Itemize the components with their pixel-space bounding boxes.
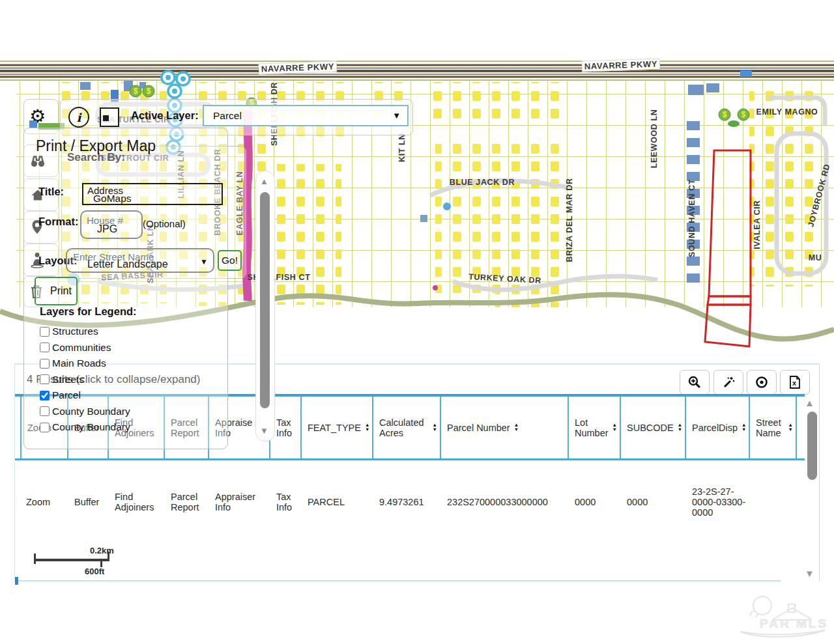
- layer-checkbox[interactable]: [40, 327, 50, 337]
- svg-text:$: $: [134, 87, 138, 96]
- svg-text:$: $: [741, 110, 746, 119]
- layer-checkbox-label: Structures: [52, 326, 98, 337]
- format-field-label: Format:: [38, 216, 78, 228]
- center-target-button[interactable]: [747, 370, 777, 395]
- row-cell: 0000: [621, 460, 686, 544]
- results-scrollbar-thumb[interactable]: [807, 412, 817, 480]
- column-header-feat-type[interactable]: FEAT_TYPE▲▼: [302, 397, 373, 458]
- layer-checkbox[interactable]: [40, 423, 50, 432]
- column-header-label: Lot Number: [575, 417, 609, 438]
- layer-checkbox-label: Main Roads: [52, 357, 106, 369]
- column-header-label: Tax Info: [276, 417, 298, 438]
- legend-layer-structures[interactable]: Structures: [40, 324, 130, 340]
- layer-checkbox[interactable]: [40, 391, 50, 400]
- excel-file-icon: x: [787, 374, 803, 390]
- column-header-street-name[interactable]: Street Name▲▼: [750, 397, 797, 458]
- map-title-input[interactable]: Address GoMaps: [82, 183, 223, 205]
- legend-layer-list: StructuresCommunitiesMain RoadsStreetsPa…: [40, 324, 130, 436]
- street-label: KIT LN: [397, 133, 407, 162]
- column-header-label: Parcel Number: [447, 423, 510, 433]
- column-header-parcel-number[interactable]: Parcel Number▲▼: [441, 397, 569, 458]
- magic-wand-icon: [721, 374, 736, 390]
- column-header-label: SUBCODE: [627, 423, 674, 433]
- column-header-lot-number[interactable]: Lot Number▲▼: [569, 397, 621, 458]
- scroll-up-icon[interactable]: ▲: [805, 397, 814, 408]
- dialog-scrollbar[interactable]: ▲ ▼: [255, 171, 275, 441]
- column-header-label: FEAT_TYPE: [308, 423, 361, 433]
- row-action-tax-info[interactable]: Tax Info: [270, 460, 302, 544]
- print-button[interactable]: Print: [35, 277, 78, 305]
- layer-checkbox-label: County Boundary: [52, 421, 130, 433]
- layout-value: Letter Landscape: [87, 259, 168, 270]
- legend-layer-streets[interactable]: Streets: [40, 372, 130, 388]
- legend-layer-county-boundary[interactable]: County Boundary: [40, 404, 130, 420]
- sort-icon[interactable]: ▲▼: [788, 423, 793, 432]
- street-label: IVALEA CIR: [753, 200, 762, 249]
- layer-checkbox-label: County Boundary: [52, 406, 130, 417]
- row-action-parcel-report[interactable]: Parcel Report: [165, 460, 209, 544]
- layer-checkbox[interactable]: [40, 359, 50, 369]
- title-field-label: Title:: [38, 186, 64, 198]
- legend-layer-communities[interactable]: Communities: [40, 340, 130, 356]
- row-cell: 0000: [569, 460, 621, 544]
- active-layer-dropdown[interactable]: Parcel ▼: [203, 105, 409, 126]
- format-value: JPG: [97, 223, 117, 235]
- row-action-zoom[interactable]: Zoom: [20, 460, 68, 544]
- street-name-input[interactable]: Enter Street Name Letter Landscape ▼: [66, 248, 214, 273]
- layer-checkbox[interactable]: [40, 406, 50, 416]
- active-layer-label: Active Layer:: [131, 109, 199, 122]
- svg-text:x: x: [792, 379, 797, 387]
- sort-icon[interactable]: ▲▼: [741, 423, 746, 432]
- column-header-calculated-acres[interactable]: Calculated Acres▲▼: [373, 397, 441, 458]
- layer-checkbox[interactable]: [40, 374, 50, 384]
- legend-layer-main-roads[interactable]: Main Roads: [40, 356, 130, 372]
- scroll-down-icon[interactable]: ▼: [805, 568, 814, 579]
- scrollbar-thumb[interactable]: [260, 192, 270, 408]
- export-excel-button[interactable]: x: [780, 370, 810, 395]
- scroll-up-icon[interactable]: ▲: [260, 176, 268, 186]
- sort-icon[interactable]: ▲▼: [678, 423, 682, 432]
- optional-label: (Optional): [143, 218, 186, 229]
- column-header-label: ParcelDisp: [692, 423, 738, 433]
- street-label: EMILY MAGNO: [756, 107, 818, 117]
- legend-title: Layers for Legend:: [40, 305, 137, 318]
- sort-icon[interactable]: ▲▼: [514, 423, 519, 432]
- street-label: BRIZA DEL MAR DR: [565, 178, 574, 262]
- panel-edge: [18, 580, 781, 581]
- legend-layer-county-boundary[interactable]: County Boundary: [40, 419, 130, 436]
- street-search-go-button[interactable]: Go!: [218, 250, 242, 271]
- map-scale-bar: 0.2km 600ft: [33, 544, 130, 576]
- watermark-text: PAR MLS: [760, 617, 828, 630]
- layer-checkbox[interactable]: [40, 343, 50, 352]
- map-title-value: GoMaps: [93, 193, 132, 204]
- row-cell: 232S270000033000000: [441, 460, 569, 544]
- layer-checkbox-label: Parcel: [52, 389, 81, 401]
- sort-icon[interactable]: ▲▼: [612, 423, 617, 432]
- street-label: BLUE JACK DR: [450, 178, 515, 187]
- sort-icon[interactable]: ▲▼: [365, 423, 369, 432]
- house-number-input[interactable]: House # JPG: [80, 210, 143, 239]
- mls-watermark-logo: PAR MLS: [728, 594, 833, 641]
- row-action-buffer[interactable]: Buffer: [68, 460, 109, 544]
- scroll-down-icon[interactable]: ▼: [260, 426, 268, 436]
- street-label: LEEWOOD LN: [650, 109, 659, 169]
- sort-icon[interactable]: ▲▼: [433, 423, 437, 432]
- results-table-row: ZoomBufferFind AdjoinersParcel ReportApp…: [20, 460, 797, 544]
- street-label: MU: [809, 253, 822, 262]
- street-label: SOUND HAVEN CT: [687, 179, 697, 257]
- info-icon[interactable]: i: [68, 107, 89, 128]
- gomaps-app: $$ $ $$ NAVARRE PKWYNAVARRE PKWYSEA TURT…: [0, 0, 834, 644]
- magic-wand-button[interactable]: [713, 370, 743, 395]
- svg-text:$: $: [723, 110, 727, 119]
- row-cell: PARCEL: [302, 460, 373, 544]
- scale-ft-label: 600ft: [85, 567, 104, 576]
- column-header-parceldisp[interactable]: ParcelDisp▲▼: [686, 397, 750, 458]
- zoom-to-results-button[interactable]: [680, 370, 710, 395]
- print-dialog-title: Print / Export Map: [36, 137, 156, 155]
- layer-checkbox-label: Communities: [52, 342, 111, 354]
- column-header-subcode[interactable]: SUBCODE▲▼: [621, 397, 686, 458]
- row-action-appraiser-info[interactable]: Appraiser Info: [209, 460, 270, 544]
- legend-layer-parcel[interactable]: Parcel: [40, 387, 130, 404]
- layer-icon[interactable]: [100, 107, 119, 127]
- row-action-find-adjoiners[interactable]: Find Adjoiners: [109, 460, 165, 544]
